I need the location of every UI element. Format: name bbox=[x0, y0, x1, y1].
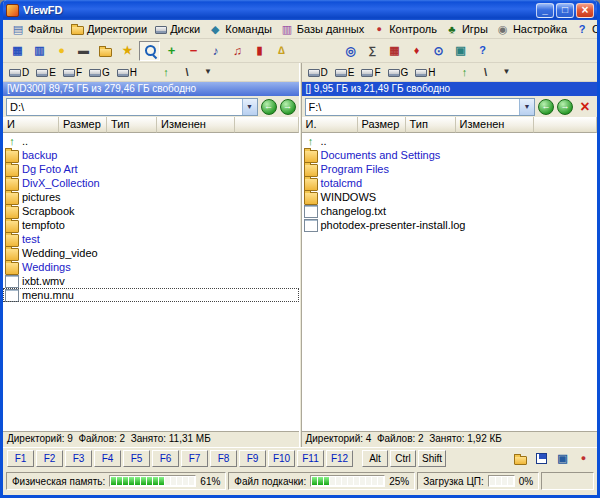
toolbar-dual-panel-button[interactable]: ▦ bbox=[7, 41, 28, 61]
drive-e-button-right[interactable]: E bbox=[332, 64, 358, 81]
file-list-left[interactable]: ↑..backupDg Foto ArtDivX_Collectionpictu… bbox=[3, 133, 299, 431]
modifier-shift-button[interactable]: Shift bbox=[418, 450, 446, 467]
minimize-button[interactable]: _ bbox=[536, 3, 554, 18]
toolbar-folders-button[interactable] bbox=[95, 41, 116, 61]
file-row-changelog-txt[interactable]: changelog.txt bbox=[302, 204, 598, 218]
drive-h-button-left[interactable]: H bbox=[114, 64, 140, 81]
column-header-item-right[interactable]: Изменен bbox=[456, 117, 534, 133]
fkey-f3-button[interactable]: F3 bbox=[65, 450, 92, 467]
file-row-totalcmd[interactable]: totalcmd bbox=[302, 176, 598, 190]
menu-disks[interactable]: Диски bbox=[151, 22, 204, 36]
file-list-right[interactable]: ↑..Documents and SettingsProgram Filesto… bbox=[302, 133, 598, 431]
modifier-ctrl-button[interactable]: Ctrl bbox=[390, 450, 416, 467]
toolbar-monitor-button[interactable]: ▣ bbox=[450, 41, 471, 61]
root-button-left[interactable]: \ bbox=[177, 64, 197, 81]
file-row-menu-mnu[interactable]: menu.mnu bbox=[3, 288, 299, 302]
column-header-item-right[interactable]: И. bbox=[302, 117, 358, 133]
menu-help[interactable]: ?Справка bbox=[571, 21, 600, 37]
menu-control[interactable]: ●Контроль bbox=[368, 21, 441, 37]
menu-directories[interactable]: Директории bbox=[67, 22, 151, 36]
toolbar-sound-button[interactable]: ♫ bbox=[227, 41, 248, 61]
drive-g-button-left[interactable]: G bbox=[86, 64, 113, 81]
modifier-alt-button[interactable]: Alt bbox=[362, 450, 388, 467]
root-button-right[interactable]: \ bbox=[476, 64, 496, 81]
toolbar-help-button[interactable]: ? bbox=[472, 41, 493, 61]
file-row-backup[interactable]: backup bbox=[3, 148, 299, 162]
drive-h-button-right[interactable]: H bbox=[412, 64, 438, 81]
fkey-f12-button[interactable]: F12 bbox=[326, 450, 353, 467]
file-row-wedding-video[interactable]: Wedding_video bbox=[3, 246, 299, 260]
path-input-right[interactable] bbox=[306, 99, 520, 115]
back-button-left[interactable]: ← bbox=[261, 99, 277, 115]
toolbar-favorites-button[interactable]: ★ bbox=[117, 41, 138, 61]
column-header-item-left[interactable]: Изменен bbox=[157, 117, 235, 133]
toolbar-search-button[interactable] bbox=[139, 41, 160, 61]
menu-files[interactable]: ▤Файлы bbox=[7, 21, 67, 37]
fkey-f1-button[interactable]: F1 bbox=[7, 450, 34, 467]
fkey-f7-button[interactable]: F7 bbox=[181, 450, 208, 467]
forward-button-left[interactable]: → bbox=[280, 99, 296, 115]
file-row-weddings[interactable]: Weddings bbox=[3, 260, 299, 274]
extract-button[interactable] bbox=[511, 450, 530, 467]
abort-button[interactable]: × bbox=[576, 98, 594, 116]
terminal-button[interactable]: ▣ bbox=[553, 450, 572, 467]
file-row-dg-foto-art[interactable]: Dg Foto Art bbox=[3, 162, 299, 176]
toolbar-add-button[interactable]: + bbox=[161, 41, 182, 61]
drive-g-button-right[interactable]: G bbox=[385, 64, 412, 81]
fkey-f8-button[interactable]: F8 bbox=[210, 450, 237, 467]
maximize-button[interactable]: □ bbox=[556, 3, 574, 18]
file-row-windows[interactable]: WINDOWS bbox=[302, 190, 598, 204]
toolbar-cards-button[interactable]: ♦ bbox=[406, 41, 427, 61]
column-header-item-left[interactable]: И bbox=[3, 117, 59, 133]
menu-games[interactable]: ♣Игры bbox=[441, 21, 492, 37]
file-row-photodex-presenter-install-log[interactable]: photodex-presenter-install.log bbox=[302, 218, 598, 232]
path-dropdown-right[interactable]: ▼ bbox=[519, 99, 534, 115]
path-input-left[interactable] bbox=[7, 99, 242, 115]
path-dropdown-left[interactable]: ▼ bbox=[242, 99, 257, 115]
toolbar-globe-button[interactable]: ◎ bbox=[340, 41, 361, 61]
file-row-test[interactable]: test bbox=[3, 232, 299, 246]
file-row-tempfoto[interactable]: tempfoto bbox=[3, 218, 299, 232]
fkey-f4-button[interactable]: F4 bbox=[94, 450, 121, 467]
toolbar-split-view-button[interactable]: ▥ bbox=[29, 41, 50, 61]
menu-settings[interactable]: ◉Настройка bbox=[492, 21, 571, 37]
toolbar-scales-button[interactable]: ∆ bbox=[271, 41, 292, 61]
fkey-f11-button[interactable]: F11 bbox=[297, 450, 324, 467]
history-button-left[interactable]: ▼ bbox=[198, 64, 218, 81]
fkey-f6-button[interactable]: F6 bbox=[152, 450, 179, 467]
file-row-updir[interactable]: ↑.. bbox=[302, 134, 598, 148]
folder-up-button-right[interactable]: ↑ bbox=[455, 64, 475, 81]
file-row-ixbt-wmv[interactable]: ixbt.wmv bbox=[3, 274, 299, 288]
history-button-right[interactable]: ▼ bbox=[497, 64, 517, 81]
forward-button-right[interactable]: → bbox=[557, 99, 573, 115]
file-row-pictures[interactable]: pictures bbox=[3, 190, 299, 204]
toolbar-remove-button[interactable]: − bbox=[183, 41, 204, 61]
file-row-updir[interactable]: ↑.. bbox=[3, 134, 299, 148]
toolbar-marker-button[interactable]: ▮ bbox=[249, 41, 270, 61]
column-header-item-right[interactable]: Тип bbox=[406, 117, 456, 133]
floppy-button[interactable] bbox=[532, 450, 551, 467]
drive-e-button-left[interactable]: E bbox=[33, 64, 59, 81]
toolbar-music-button[interactable]: ♪ bbox=[205, 41, 226, 61]
folder-up-button-left[interactable]: ↑ bbox=[156, 64, 176, 81]
file-row-program-files[interactable]: Program Files bbox=[302, 162, 598, 176]
drive-d-button-right[interactable]: D bbox=[305, 64, 331, 81]
file-row-scrapbook[interactable]: Scrapbook bbox=[3, 204, 299, 218]
back-button-right[interactable]: ← bbox=[538, 99, 554, 115]
column-header-item-right[interactable]: Размер bbox=[358, 117, 406, 133]
column-header-item-left[interactable]: Тип bbox=[107, 117, 157, 133]
file-row-divx-collection[interactable]: DivX_Collection bbox=[3, 176, 299, 190]
toolbar-clock-button[interactable]: ⊙ bbox=[428, 41, 449, 61]
file-row-documents-and-settings[interactable]: Documents and Settings bbox=[302, 148, 598, 162]
close-button[interactable]: × bbox=[576, 3, 594, 18]
exit-button[interactable]: ● bbox=[574, 450, 593, 467]
toolbar-calendar-button[interactable]: ▦ bbox=[384, 41, 405, 61]
drive-d-button-left[interactable]: D bbox=[6, 64, 32, 81]
column-header-item-left[interactable]: Размер bbox=[59, 117, 107, 133]
menu-databases[interactable]: ▥Базы данных bbox=[276, 21, 368, 37]
toolbar-lamp-button[interactable]: ● bbox=[51, 41, 72, 61]
drive-f-button-left[interactable]: F bbox=[60, 64, 85, 81]
drive-f-button-right[interactable]: F bbox=[358, 64, 383, 81]
fkey-f10-button[interactable]: F10 bbox=[268, 450, 295, 467]
fkey-f5-button[interactable]: F5 bbox=[123, 450, 150, 467]
